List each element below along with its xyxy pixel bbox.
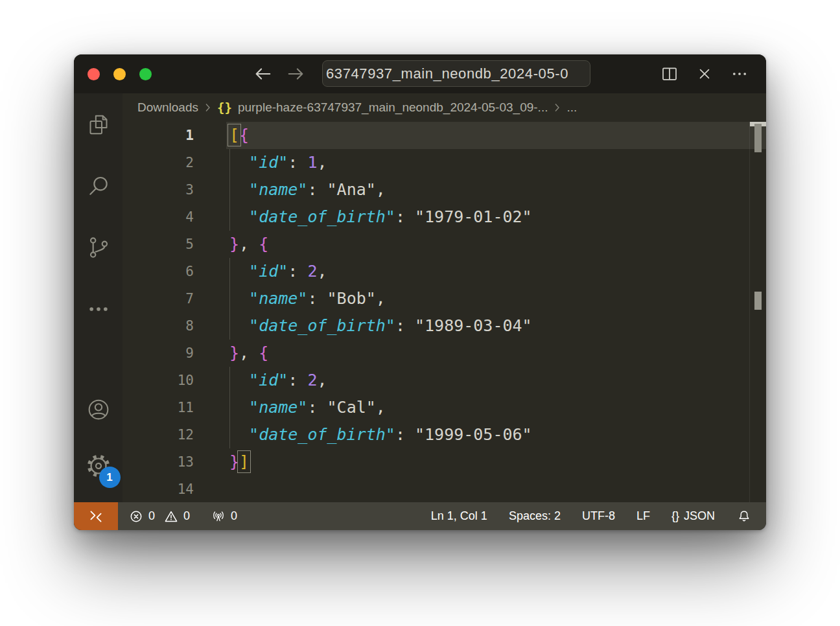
command-center[interactable]: 63747937_main_neondb_2024-05-0 — [322, 60, 590, 87]
code-line-content[interactable]: }] — [226, 448, 766, 476]
code-token: : — [395, 207, 415, 226]
line-number: 7 — [122, 285, 194, 312]
code-token: "1999-05-06" — [415, 425, 532, 444]
code-token: "id" — [249, 262, 288, 281]
code-token: "date_of_birth" — [249, 425, 395, 444]
code-token: "Bob" — [327, 289, 376, 308]
activity-bar-bottom: 1 — [83, 394, 114, 481]
code-token: : — [395, 425, 415, 444]
code-line-content[interactable] — [226, 476, 766, 502]
code-line[interactable]: 7 "name": "Bob", — [122, 285, 766, 312]
minimize-window-button[interactable] — [113, 68, 126, 80]
code-token: : — [307, 398, 327, 417]
more-actions-button[interactable] — [730, 64, 749, 84]
indentation-setting[interactable]: Spaces: 2 — [509, 509, 561, 523]
sidebar-item-more[interactable] — [83, 294, 114, 325]
remote-icon — [88, 508, 104, 525]
code-line-content[interactable]: "date_of_birth": "1989-03-04" — [226, 312, 766, 340]
scrollbar-thumb[interactable] — [754, 124, 762, 152]
title-actions — [660, 64, 749, 84]
code-line-content[interactable]: "id": 2, — [226, 258, 766, 285]
code-line-content[interactable]: }, { — [226, 231, 766, 258]
warnings-indicator[interactable]: 0 — [163, 509, 190, 524]
code-token — [229, 289, 249, 308]
code-line-content[interactable]: "id": 1, — [226, 149, 766, 176]
code-line-content[interactable]: [{ — [226, 122, 766, 149]
files-icon — [86, 111, 111, 137]
code-line[interactable]: 8 "date_of_birth": "1989-03-04" — [122, 312, 766, 340]
indent-guide — [229, 258, 230, 285]
code-token: "name" — [249, 180, 307, 199]
notifications-button[interactable] — [736, 509, 752, 524]
editor[interactable]: 1[{2 "id": 1,3 "name": "Ana",4 "date_of_… — [122, 122, 766, 502]
sidebar-item-search[interactable] — [83, 170, 114, 202]
code-line-content[interactable]: "date_of_birth": "1999-05-06" — [226, 421, 766, 448]
code-line[interactable]: 2 "id": 1, — [122, 149, 766, 176]
code-token: { — [259, 235, 268, 253]
zoom-window-button[interactable] — [139, 68, 152, 80]
code-line[interactable]: 6 "id": 2, — [122, 258, 766, 285]
code-line[interactable]: 14 — [122, 476, 766, 502]
code-line[interactable]: 12 "date_of_birth": "1999-05-06" — [122, 421, 766, 448]
line-number: 8 — [122, 312, 194, 340]
overview-ruler-marker — [754, 292, 762, 310]
code-line[interactable]: 3 "name": "Ana", — [122, 176, 766, 203]
close-editor-button[interactable] — [695, 64, 714, 84]
line-number: 1 — [122, 122, 194, 149]
sidebar-item-explorer[interactable] — [83, 109, 114, 140]
breadcrumb-folder[interactable]: Downloads — [137, 100, 198, 115]
code-line-content[interactable]: }, { — [226, 340, 766, 367]
remote-indicator[interactable] — [74, 502, 118, 530]
breadcrumb-file[interactable]: purple-haze-63747937_main_neondb_2024-05… — [238, 100, 548, 115]
more-icon — [86, 296, 111, 322]
code-token — [229, 371, 249, 389]
code-line-content[interactable]: "date_of_birth": "1979-01-02" — [226, 203, 766, 231]
ports-indicator[interactable]: 0 — [211, 509, 237, 524]
code-token: 2 — [307, 262, 317, 281]
language-mode[interactable]: {} JSON — [671, 509, 715, 523]
braces-icon: {} — [671, 509, 679, 523]
code-line[interactable]: 13}] — [122, 448, 766, 476]
breadcrumb-overflow[interactable]: ... — [566, 100, 577, 115]
ellipsis-icon — [730, 65, 749, 83]
close-window-button[interactable] — [88, 68, 100, 80]
indent-guide — [229, 176, 230, 203]
code-token: 1 — [307, 153, 317, 172]
code-line-content[interactable]: "name": "Cal", — [226, 394, 766, 421]
code-line-content[interactable]: "id": 2, — [226, 367, 766, 394]
errors-indicator[interactable]: 0 — [128, 509, 155, 524]
line-number: 2 — [122, 149, 194, 176]
indent-guide — [229, 394, 230, 421]
vscode-window: 63747937_main_neondb_2024-05-0 — [74, 54, 766, 530]
code-line-content[interactable]: "name": "Ana", — [226, 176, 766, 203]
line-number: 12 — [122, 421, 194, 448]
command-center-title: 63747937_main_neondb_2024-05-0 — [326, 65, 568, 82]
sidebar-item-accounts[interactable] — [83, 394, 114, 425]
code-line[interactable]: 1[{ — [122, 122, 766, 149]
line-number: 11 — [122, 394, 194, 421]
activity-bar: 1 — [74, 93, 122, 502]
code-token — [229, 262, 249, 281]
code-line[interactable]: 4 "date_of_birth": "1979-01-02" — [122, 203, 766, 231]
sidebar-item-settings[interactable]: 1 — [83, 450, 114, 481]
code-token — [229, 316, 249, 335]
chevron-right-icon — [203, 101, 213, 114]
forward-button[interactable] — [286, 64, 306, 84]
back-button[interactable] — [253, 64, 272, 84]
code-line[interactable]: 5}, { — [122, 231, 766, 258]
split-editor-button[interactable] — [660, 64, 679, 84]
code-token — [229, 425, 249, 444]
code-line[interactable]: 10 "id": 2, — [122, 367, 766, 394]
code-line[interactable]: 11 "name": "Cal", — [122, 394, 766, 421]
sidebar-item-source-control[interactable] — [83, 232, 114, 263]
indent-guide — [229, 367, 230, 394]
code-line[interactable]: 9}, { — [122, 340, 766, 367]
eol-setting[interactable]: LF — [636, 509, 650, 523]
code-token: : — [307, 180, 327, 199]
code-token: : — [395, 316, 415, 335]
scrollbar[interactable] — [749, 122, 766, 502]
code-token: "name" — [249, 398, 307, 417]
encoding-setting[interactable]: UTF-8 — [582, 509, 615, 523]
cursor-position[interactable]: Ln 1, Col 1 — [431, 509, 487, 523]
code-line-content[interactable]: "name": "Bob", — [226, 285, 766, 312]
